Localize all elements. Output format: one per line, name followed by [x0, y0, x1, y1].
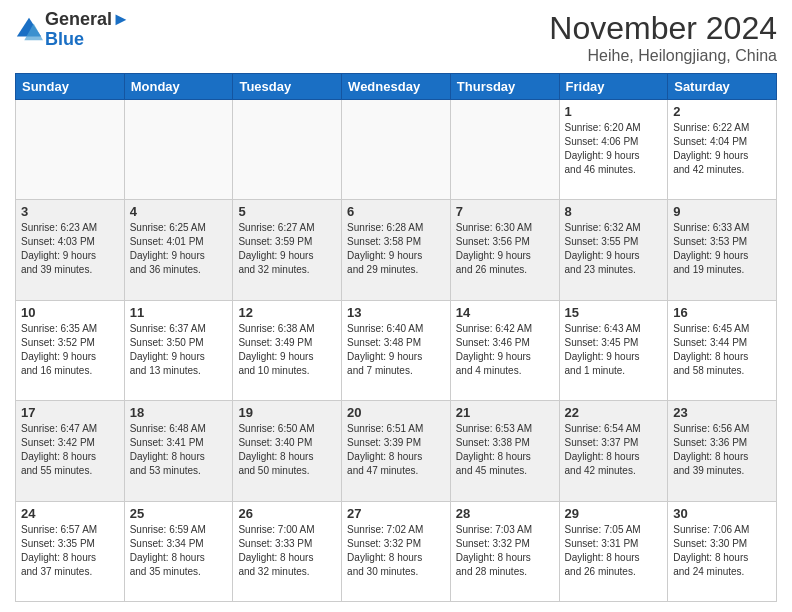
day-info: Sunrise: 7:05 AM Sunset: 3:31 PM Dayligh…: [565, 523, 663, 579]
day-info: Sunrise: 6:38 AM Sunset: 3:49 PM Dayligh…: [238, 322, 336, 378]
logo-icon: [15, 16, 43, 44]
day-info: Sunrise: 6:43 AM Sunset: 3:45 PM Dayligh…: [565, 322, 663, 378]
calendar-cell: 18Sunrise: 6:48 AM Sunset: 3:41 PM Dayli…: [124, 401, 233, 501]
day-info: Sunrise: 6:56 AM Sunset: 3:36 PM Dayligh…: [673, 422, 771, 478]
day-number: 23: [673, 405, 771, 420]
calendar-cell: 16Sunrise: 6:45 AM Sunset: 3:44 PM Dayli…: [668, 300, 777, 400]
day-info: Sunrise: 6:37 AM Sunset: 3:50 PM Dayligh…: [130, 322, 228, 378]
day-number: 5: [238, 204, 336, 219]
day-info: Sunrise: 6:28 AM Sunset: 3:58 PM Dayligh…: [347, 221, 445, 277]
calendar-cell: 17Sunrise: 6:47 AM Sunset: 3:42 PM Dayli…: [16, 401, 125, 501]
day-number: 12: [238, 305, 336, 320]
day-number: 6: [347, 204, 445, 219]
main-title: November 2024: [549, 10, 777, 47]
day-info: Sunrise: 6:59 AM Sunset: 3:34 PM Dayligh…: [130, 523, 228, 579]
day-number: 27: [347, 506, 445, 521]
calendar-cell: 19Sunrise: 6:50 AM Sunset: 3:40 PM Dayli…: [233, 401, 342, 501]
calendar-cell: 5Sunrise: 6:27 AM Sunset: 3:59 PM Daylig…: [233, 200, 342, 300]
weekday-header: Saturday: [668, 74, 777, 100]
calendar-cell: 30Sunrise: 7:06 AM Sunset: 3:30 PM Dayli…: [668, 501, 777, 601]
calendar-week-row: 10Sunrise: 6:35 AM Sunset: 3:52 PM Dayli…: [16, 300, 777, 400]
calendar-cell: 7Sunrise: 6:30 AM Sunset: 3:56 PM Daylig…: [450, 200, 559, 300]
day-number: 30: [673, 506, 771, 521]
calendar-cell: 26Sunrise: 7:00 AM Sunset: 3:33 PM Dayli…: [233, 501, 342, 601]
day-number: 2: [673, 104, 771, 119]
calendar-body: 1Sunrise: 6:20 AM Sunset: 4:06 PM Daylig…: [16, 100, 777, 602]
day-info: Sunrise: 6:32 AM Sunset: 3:55 PM Dayligh…: [565, 221, 663, 277]
day-info: Sunrise: 6:30 AM Sunset: 3:56 PM Dayligh…: [456, 221, 554, 277]
calendar-cell: 1Sunrise: 6:20 AM Sunset: 4:06 PM Daylig…: [559, 100, 668, 200]
day-number: 20: [347, 405, 445, 420]
calendar-week-row: 3Sunrise: 6:23 AM Sunset: 4:03 PM Daylig…: [16, 200, 777, 300]
calendar-cell: 28Sunrise: 7:03 AM Sunset: 3:32 PM Dayli…: [450, 501, 559, 601]
day-info: Sunrise: 6:57 AM Sunset: 3:35 PM Dayligh…: [21, 523, 119, 579]
day-number: 19: [238, 405, 336, 420]
day-info: Sunrise: 6:53 AM Sunset: 3:38 PM Dayligh…: [456, 422, 554, 478]
day-number: 9: [673, 204, 771, 219]
day-info: Sunrise: 7:03 AM Sunset: 3:32 PM Dayligh…: [456, 523, 554, 579]
header: General► Blue November 2024 Heihe, Heilo…: [15, 10, 777, 65]
title-block: November 2024 Heihe, Heilongjiang, China: [549, 10, 777, 65]
day-number: 26: [238, 506, 336, 521]
calendar-cell: 10Sunrise: 6:35 AM Sunset: 3:52 PM Dayli…: [16, 300, 125, 400]
weekday-header: Monday: [124, 74, 233, 100]
calendar-cell: 24Sunrise: 6:57 AM Sunset: 3:35 PM Dayli…: [16, 501, 125, 601]
day-info: Sunrise: 6:23 AM Sunset: 4:03 PM Dayligh…: [21, 221, 119, 277]
calendar-cell: 8Sunrise: 6:32 AM Sunset: 3:55 PM Daylig…: [559, 200, 668, 300]
day-number: 29: [565, 506, 663, 521]
day-info: Sunrise: 6:27 AM Sunset: 3:59 PM Dayligh…: [238, 221, 336, 277]
page: General► Blue November 2024 Heihe, Heilo…: [0, 0, 792, 612]
weekday-header: Thursday: [450, 74, 559, 100]
calendar-week-row: 1Sunrise: 6:20 AM Sunset: 4:06 PM Daylig…: [16, 100, 777, 200]
day-number: 14: [456, 305, 554, 320]
calendar-cell: 4Sunrise: 6:25 AM Sunset: 4:01 PM Daylig…: [124, 200, 233, 300]
calendar-cell: [342, 100, 451, 200]
calendar-cell: [233, 100, 342, 200]
day-number: 8: [565, 204, 663, 219]
day-info: Sunrise: 6:54 AM Sunset: 3:37 PM Dayligh…: [565, 422, 663, 478]
calendar-cell: 6Sunrise: 6:28 AM Sunset: 3:58 PM Daylig…: [342, 200, 451, 300]
day-info: Sunrise: 6:51 AM Sunset: 3:39 PM Dayligh…: [347, 422, 445, 478]
day-info: Sunrise: 6:50 AM Sunset: 3:40 PM Dayligh…: [238, 422, 336, 478]
calendar-cell: 22Sunrise: 6:54 AM Sunset: 3:37 PM Dayli…: [559, 401, 668, 501]
day-number: 21: [456, 405, 554, 420]
calendar-week-row: 17Sunrise: 6:47 AM Sunset: 3:42 PM Dayli…: [16, 401, 777, 501]
day-info: Sunrise: 6:45 AM Sunset: 3:44 PM Dayligh…: [673, 322, 771, 378]
day-info: Sunrise: 6:22 AM Sunset: 4:04 PM Dayligh…: [673, 121, 771, 177]
logo-line2: Blue: [45, 30, 130, 50]
weekday-header: Sunday: [16, 74, 125, 100]
calendar-cell: 3Sunrise: 6:23 AM Sunset: 4:03 PM Daylig…: [16, 200, 125, 300]
day-number: 22: [565, 405, 663, 420]
calendar-cell: 21Sunrise: 6:53 AM Sunset: 3:38 PM Dayli…: [450, 401, 559, 501]
day-number: 28: [456, 506, 554, 521]
calendar-cell: 13Sunrise: 6:40 AM Sunset: 3:48 PM Dayli…: [342, 300, 451, 400]
subtitle: Heihe, Heilongjiang, China: [549, 47, 777, 65]
calendar-cell: [124, 100, 233, 200]
day-number: 24: [21, 506, 119, 521]
weekday-header: Wednesday: [342, 74, 451, 100]
calendar-cell: [16, 100, 125, 200]
weekday-header: Friday: [559, 74, 668, 100]
day-number: 16: [673, 305, 771, 320]
day-number: 7: [456, 204, 554, 219]
day-number: 4: [130, 204, 228, 219]
day-number: 13: [347, 305, 445, 320]
day-number: 10: [21, 305, 119, 320]
day-number: 17: [21, 405, 119, 420]
day-info: Sunrise: 6:48 AM Sunset: 3:41 PM Dayligh…: [130, 422, 228, 478]
day-info: Sunrise: 6:25 AM Sunset: 4:01 PM Dayligh…: [130, 221, 228, 277]
calendar-week-row: 24Sunrise: 6:57 AM Sunset: 3:35 PM Dayli…: [16, 501, 777, 601]
day-number: 18: [130, 405, 228, 420]
calendar-header-row: SundayMondayTuesdayWednesdayThursdayFrid…: [16, 74, 777, 100]
weekday-header: Tuesday: [233, 74, 342, 100]
calendar-cell: 20Sunrise: 6:51 AM Sunset: 3:39 PM Dayli…: [342, 401, 451, 501]
calendar-cell: 15Sunrise: 6:43 AM Sunset: 3:45 PM Dayli…: [559, 300, 668, 400]
day-number: 3: [21, 204, 119, 219]
calendar-cell: 29Sunrise: 7:05 AM Sunset: 3:31 PM Dayli…: [559, 501, 668, 601]
day-info: Sunrise: 6:47 AM Sunset: 3:42 PM Dayligh…: [21, 422, 119, 478]
calendar-cell: 11Sunrise: 6:37 AM Sunset: 3:50 PM Dayli…: [124, 300, 233, 400]
calendar-cell: 14Sunrise: 6:42 AM Sunset: 3:46 PM Dayli…: [450, 300, 559, 400]
logo-text: General► Blue: [45, 10, 130, 50]
day-number: 1: [565, 104, 663, 119]
day-number: 25: [130, 506, 228, 521]
